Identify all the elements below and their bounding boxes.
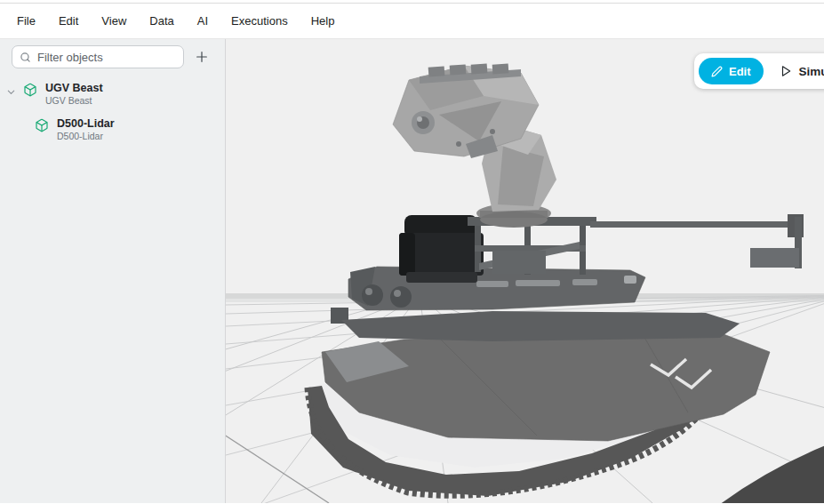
robotic-arm[interactable] <box>393 63 556 212</box>
simulate-mode-button[interactable]: Simulate <box>774 58 824 84</box>
tree-item-d500-lidar[interactable]: D500-Lidar D500-Lidar <box>35 117 225 142</box>
chevron-down-icon[interactable] <box>6 87 16 97</box>
cube-icon <box>35 118 49 132</box>
edit-button-label: Edit <box>729 65 751 78</box>
plus-icon <box>195 50 209 64</box>
menu-help[interactable]: Help <box>300 14 347 28</box>
play-icon <box>780 65 792 77</box>
search-icon <box>20 52 31 63</box>
object-tree: UGV Beast UGV Beast D500-Lidar D500-Lida… <box>0 82 225 142</box>
object-sidebar: UGV Beast UGV Beast D500-Lidar D500-Lida… <box>0 39 226 503</box>
scene-viewport[interactable]: Edit Simulate <box>226 39 824 503</box>
menu-data[interactable]: Data <box>138 14 185 28</box>
edit-mode-button[interactable]: Edit <box>699 58 764 84</box>
menu-ai[interactable]: AI <box>186 14 220 28</box>
mode-toolbar: Edit Simulate <box>694 53 824 89</box>
menu-executions[interactable]: Executions <box>220 14 300 28</box>
hull-top-beam <box>341 311 740 341</box>
cube-icon <box>23 83 37 97</box>
add-object-button[interactable] <box>189 45 214 68</box>
tree-item-ugv-beast[interactable]: UGV Beast UGV Beast <box>6 82 225 107</box>
scene-canvas[interactable] <box>226 39 824 503</box>
tree-item-subtitle: UGV Beast <box>45 95 103 107</box>
tree-item-subtitle: D500-Lidar <box>57 131 115 142</box>
filter-objects-input[interactable] <box>37 51 176 64</box>
menu-edit[interactable]: Edit <box>47 14 90 28</box>
tree-item-title: D500-Lidar <box>57 117 115 131</box>
menu-bar: File Edit View Data AI Executions Help <box>0 4 824 39</box>
menu-view[interactable]: View <box>90 14 138 28</box>
menu-file[interactable]: File <box>5 14 47 28</box>
pencil-icon <box>711 66 723 77</box>
tree-item-title: UGV Beast <box>45 82 103 95</box>
simulate-button-label: Simulate <box>799 65 824 78</box>
ugv-robot-model[interactable] <box>308 63 824 503</box>
filter-objects-box <box>12 45 184 68</box>
